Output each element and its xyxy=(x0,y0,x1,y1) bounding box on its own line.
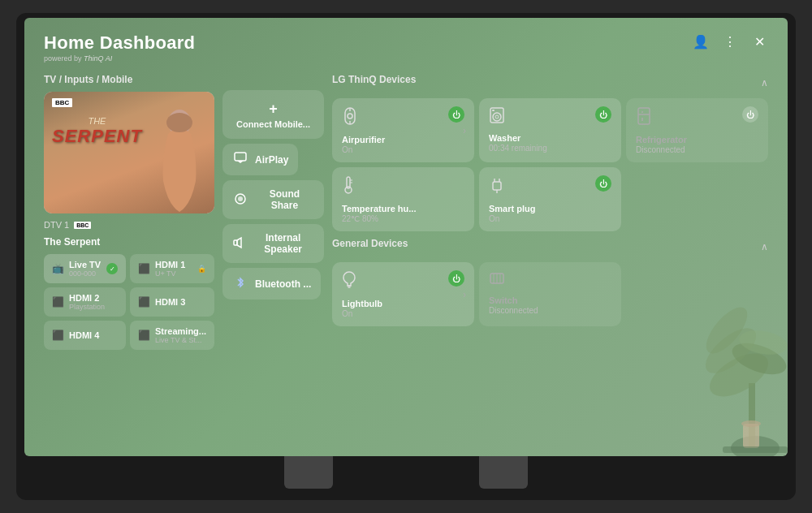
header-icons: 👤 ⋮ ✕ xyxy=(692,32,768,50)
live-tv-icon: 📺 xyxy=(52,263,64,274)
svg-rect-26 xyxy=(638,108,650,124)
general-chevron[interactable]: ∧ xyxy=(761,241,768,252)
airpurifier-power[interactable]: ⏻ xyxy=(448,106,464,123)
input-hdmi4[interactable]: ⬛ HDMI 4 xyxy=(44,321,126,350)
sound-share-button[interactable]: Sound Share xyxy=(222,180,324,219)
svg-rect-25 xyxy=(492,110,495,111)
airpurifier-icon-row: ⏻ xyxy=(342,106,464,130)
tv-preview-card[interactable]: BBC THE SERPENT xyxy=(44,92,214,213)
airpurifier-icon xyxy=(342,106,358,130)
svg-point-23 xyxy=(493,113,501,121)
input-hdmi3[interactable]: ⬛ HDMI 3 xyxy=(130,287,214,317)
refrigerator-name: Refrigerator xyxy=(636,135,758,144)
right-panel: LG ThinQ Devices ∧ ⏻ Airpu xyxy=(332,74,768,438)
refrigerator-status: Disconnected xyxy=(636,145,758,154)
temperature-status: 22℃ 80% xyxy=(342,214,464,223)
live-tv-info: Live TV 000-000 xyxy=(69,260,101,278)
more-options-icon[interactable]: ⋮ xyxy=(721,32,739,50)
airpurifier-status: On xyxy=(342,145,464,154)
switch-name: Switch xyxy=(489,295,611,305)
header: Home Dashboard powered by ThinQ AI 👤 ⋮ ✕ xyxy=(44,32,768,63)
device-lightbulb[interactable]: ⏻ Lightbulb On › xyxy=(332,262,474,326)
sound-share-icon xyxy=(232,192,248,208)
input-hdmi2[interactable]: ⬛ HDMI 2 Playstation xyxy=(44,287,126,317)
input-live-tv[interactable]: 📺 Live TV 000-000 ✓ xyxy=(44,254,126,283)
hdmi2-info: HDMI 2 Playstation xyxy=(69,293,105,311)
svg-point-31 xyxy=(345,187,352,193)
thinq-section-header: LG ThinQ Devices ∧ xyxy=(332,74,768,92)
lightbulb-power[interactable]: ⏻ xyxy=(448,270,464,287)
airplay-label: AirPlay xyxy=(255,154,288,166)
tv-screen: Home Dashboard powered by ThinQ AI 👤 ⋮ ✕… xyxy=(24,18,788,456)
connect-mobile-button[interactable]: + Connect Mobile... xyxy=(222,90,324,139)
general-section-header: General Devices ∧ xyxy=(332,238,768,256)
smart-plug-icon xyxy=(489,175,505,199)
device-smart-plug[interactable]: ⏻ Smart plug On xyxy=(479,167,621,231)
device-switch[interactable]: Switch Disconnected xyxy=(479,262,621,326)
device-refrigerator[interactable]: ⏻ Refrigerator Disconnected xyxy=(626,98,768,162)
svg-point-15 xyxy=(238,196,243,201)
washer-icon-row: ⏻ xyxy=(489,106,611,128)
input-hdmi1[interactable]: ⬛ HDMI 1 U+ TV 🔒 xyxy=(130,254,214,283)
input-streaming[interactable]: ⬛ Streaming... Live TV & St... xyxy=(130,321,214,350)
content-area: TV / Inputs / Mobile BBC THE SERPENT xyxy=(44,74,768,438)
airpurifier-name: Airpurifier xyxy=(342,135,464,144)
bluetooth-button[interactable]: Bluetooth ... xyxy=(222,268,321,300)
refrigerator-power[interactable]: ⏻ xyxy=(742,106,758,123)
switch-status: Disconnected xyxy=(489,306,611,315)
thinq-label: ThinQ AI xyxy=(84,54,112,63)
channel-number: DTV 1 xyxy=(44,220,69,230)
check-icon: ✓ xyxy=(106,263,118,274)
title-subtitle: powered by ThinQ AI xyxy=(44,54,195,63)
tv-section-label: TV / Inputs / Mobile xyxy=(44,74,214,85)
hdmi4-info: HDMI 4 xyxy=(69,330,99,340)
general-devices-grid: ⏻ Lightbulb On › xyxy=(332,262,768,326)
airpurifier-arrow: › xyxy=(463,125,466,136)
internal-speaker-button[interactable]: Internal Speaker xyxy=(222,224,324,263)
device-temperature[interactable]: Temperature hu... 22℃ 80% xyxy=(332,167,474,231)
svg-marker-13 xyxy=(237,161,244,163)
refrigerator-icon xyxy=(636,106,652,130)
svg-point-19 xyxy=(348,114,352,119)
profile-icon[interactable]: 👤 xyxy=(692,32,710,50)
show-title: SERPENT xyxy=(52,126,142,147)
smart-plug-power[interactable]: ⏻ xyxy=(595,175,611,192)
washer-name: Washer xyxy=(489,133,611,143)
dashboard: Home Dashboard powered by ThinQ AI 👤 ⋮ ✕… xyxy=(24,18,788,456)
lightbulb-icon xyxy=(342,270,356,294)
device-washer[interactable]: ⏻ Washer 00:34 remaining xyxy=(479,98,621,162)
hdmi2-icon: ⬛ xyxy=(52,296,64,308)
temperature-icon xyxy=(342,175,355,199)
svg-rect-12 xyxy=(235,153,246,161)
hdmi1-icon: ⬛ xyxy=(138,263,150,274)
device-airpurifier[interactable]: ⏻ Airpurifier On › xyxy=(332,98,474,162)
internal-speaker-label: Internal Speaker xyxy=(252,232,314,255)
switch-icon-row xyxy=(489,270,611,291)
hdmi4-icon: ⬛ xyxy=(52,330,64,341)
channel-info: DTV 1 BBC xyxy=(44,220,214,230)
refrigerator-icon-row: ⏻ xyxy=(636,106,758,130)
woman-silhouette xyxy=(153,108,206,213)
streaming-icon: ⬛ xyxy=(138,330,150,341)
svg-marker-17 xyxy=(237,238,241,248)
page-title: Home Dashboard xyxy=(44,32,195,54)
internal-speaker-icon xyxy=(232,236,245,252)
thinq-devices-grid: ⏻ Airpurifier On › xyxy=(332,98,768,231)
tv-leg-left xyxy=(284,456,333,489)
left-panel: TV / Inputs / Mobile BBC THE SERPENT xyxy=(44,74,214,438)
washer-status: 00:34 remaining xyxy=(489,144,611,153)
close-icon[interactable]: ✕ xyxy=(750,32,768,50)
streaming-info: Streaming... Live TV & St... xyxy=(155,326,206,344)
washer-power[interactable]: ⏻ xyxy=(595,106,611,123)
the-label: THE xyxy=(52,116,142,126)
switch-icon xyxy=(489,270,505,291)
airplay-button[interactable]: AirPlay xyxy=(222,144,298,175)
bluetooth-icon xyxy=(232,276,248,291)
lightbulb-name: Lightbulb xyxy=(342,299,464,308)
washer-icon xyxy=(489,106,505,128)
title-block: Home Dashboard powered by ThinQ AI xyxy=(44,32,195,63)
bluetooth-label: Bluetooth ... xyxy=(255,278,311,290)
thinq-chevron[interactable]: ∧ xyxy=(761,77,768,88)
hdmi3-info: HDMI 3 xyxy=(155,297,185,307)
thinq-section-label: LG ThinQ Devices xyxy=(332,74,416,85)
